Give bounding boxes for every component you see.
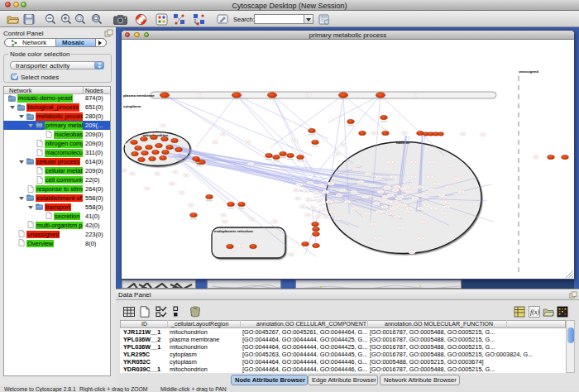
- svg-text:endoplasmic reticulum: endoplasmic reticulum: [214, 229, 253, 233]
- svg-text:cytoplasm: cytoplasm: [123, 104, 141, 108]
- svg-text:unassigned: unassigned: [519, 69, 538, 74]
- svg-text:f(x): f(x): [530, 308, 539, 316]
- svg-text:plasma membrane: plasma membrane: [123, 93, 155, 98]
